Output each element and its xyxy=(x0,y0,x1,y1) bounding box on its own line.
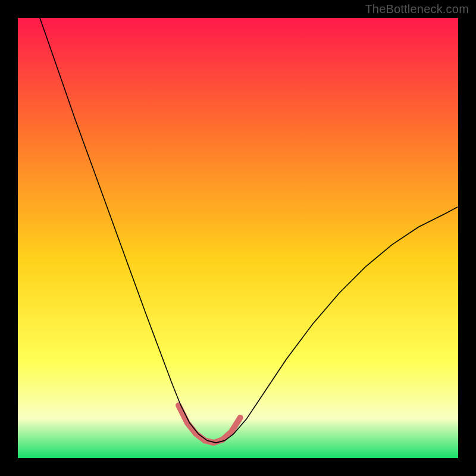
plot-area xyxy=(18,18,458,458)
outer-frame: TheBottleneck.com xyxy=(0,0,476,476)
gradient-background xyxy=(18,18,458,458)
watermark-text: TheBottleneck.com xyxy=(365,2,469,16)
chart-canvas xyxy=(18,18,458,458)
